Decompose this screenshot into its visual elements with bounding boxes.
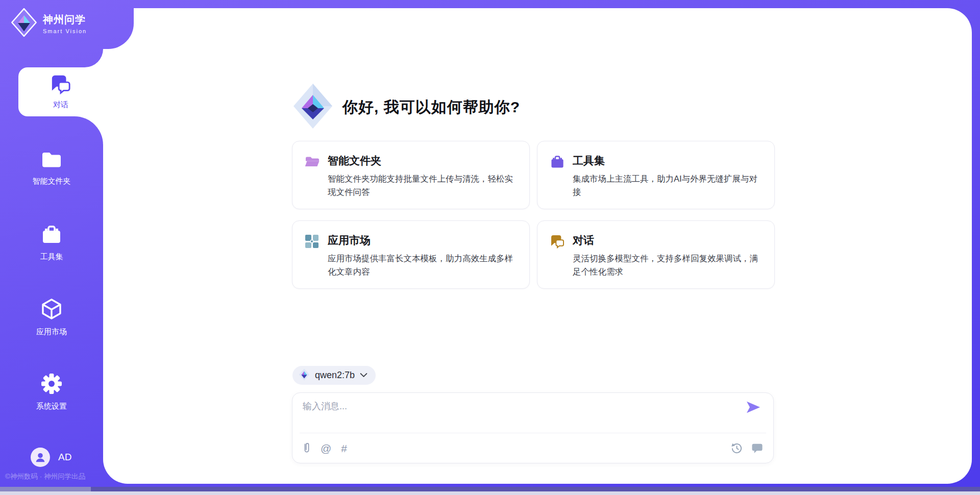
feature-cards: 智能文件夹 智能文件夹功能支持批量文件上传与清洗，轻松实现文件问答 工具集 集成… xyxy=(292,141,775,289)
card-title: 智能文件夹 xyxy=(328,154,517,168)
brand-title: 神州问学 xyxy=(43,13,87,27)
model-name: qwen2:7b xyxy=(315,370,355,381)
card-title: 对话 xyxy=(573,233,762,247)
model-diamond-icon xyxy=(299,368,310,383)
brand-diamond-icon xyxy=(11,8,37,39)
user-name: AD xyxy=(58,452,71,463)
brand-logo: 神州问学 Smart Vision xyxy=(11,8,87,39)
gear-icon xyxy=(40,373,63,397)
sidebar-item-app-market[interactable]: 应用市场 xyxy=(0,298,103,337)
folder-icon xyxy=(40,150,63,172)
window-bottom-edge-light xyxy=(0,491,980,495)
toolbox-icon xyxy=(40,224,63,247)
sidebar-item-label: 工具集 xyxy=(40,252,63,262)
greeting-title: 你好, 我可以如何帮助你? xyxy=(342,97,520,118)
tab-fillet-top xyxy=(85,49,103,67)
brand-subtitle: Smart Vision xyxy=(43,28,87,34)
sidebar-item-chat[interactable]: 对话 xyxy=(18,67,103,116)
paperclip-icon[interactable] xyxy=(303,442,311,454)
sidebar-item-settings[interactable]: 系统设置 xyxy=(0,373,103,411)
chat-icon xyxy=(50,74,71,96)
sidebar-item-label: 应用市场 xyxy=(36,327,67,337)
card-description: 智能文件夹功能支持批量文件上传与清洗，轻松实现文件问答 xyxy=(328,172,517,199)
hashtag-icon[interactable]: # xyxy=(341,443,347,454)
chat-composer: @ # xyxy=(292,392,774,463)
model-selector[interactable]: qwen2:7b xyxy=(292,366,376,385)
window-bottom-edge xyxy=(0,487,980,491)
user-profile[interactable]: AD xyxy=(31,448,71,467)
cube-icon xyxy=(40,298,63,323)
toolbox-icon xyxy=(550,154,565,199)
window-bottom-edge-left xyxy=(0,487,91,491)
greeting-diamond-icon xyxy=(292,83,333,132)
message-input[interactable] xyxy=(303,400,721,429)
tab-fillet-bottom xyxy=(75,116,103,145)
avatar xyxy=(31,448,50,467)
history-icon[interactable] xyxy=(731,442,743,454)
grid-icon xyxy=(305,233,320,278)
sidebar-item-label: 智能文件夹 xyxy=(33,177,71,186)
sidebar-item-toolset[interactable]: 工具集 xyxy=(0,224,103,262)
card-description: 应用市场提供丰富长文本模板，助力高效生成多样化文章内容 xyxy=(328,252,517,278)
card-description: 集成市场上主流工具，助力AI与外界无缝扩展与对接 xyxy=(573,172,762,199)
card-description: 灵活切换多模型文件，支持多样回复效果调试，满足个性化需求 xyxy=(573,252,762,278)
card-title: 工具集 xyxy=(573,154,762,168)
chevron-down-icon xyxy=(360,371,368,380)
sidebar-item-label: 对话 xyxy=(53,100,68,110)
sidebar-item-label: 系统设置 xyxy=(36,402,67,411)
card-toolset[interactable]: 工具集 集成市场上主流工具，助力AI与外界无缝扩展与对接 xyxy=(537,141,775,209)
card-smart-folder[interactable]: 智能文件夹 智能文件夹功能支持批量文件上传与清洗，轻松实现文件问答 xyxy=(292,141,530,209)
greeting: 你好, 我可以如何帮助你? xyxy=(292,83,520,132)
chat-bubble-icon[interactable] xyxy=(751,442,763,454)
card-chat[interactable]: 对话 灵活切换多模型文件，支持多样回复效果调试，满足个性化需求 xyxy=(537,220,775,289)
copyright-text: ©神州数码 · 神州问学出品 xyxy=(5,472,85,481)
app-window: 神州问学 Smart Vision 对话 智能文件夹 xyxy=(0,0,980,495)
folder-icon xyxy=(305,154,320,199)
send-button[interactable] xyxy=(745,399,762,416)
sidebar-item-folders[interactable]: 智能文件夹 xyxy=(0,150,103,186)
chat-icon xyxy=(550,233,565,278)
user-avatar-icon xyxy=(35,452,46,463)
card-app-market[interactable]: 应用市场 应用市场提供丰富长文本模板，助力高效生成多样化文章内容 xyxy=(292,220,530,289)
card-title: 应用市场 xyxy=(328,233,517,247)
mention-icon[interactable]: @ xyxy=(321,443,331,454)
send-icon xyxy=(746,400,761,414)
